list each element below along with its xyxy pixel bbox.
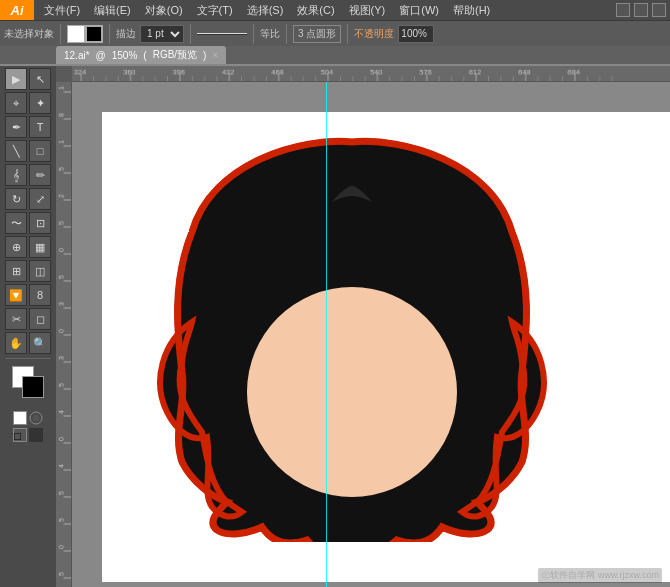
opacity-input[interactable] bbox=[398, 25, 434, 43]
menu-effect[interactable]: 效果(C) bbox=[291, 1, 340, 20]
tool-hand[interactable]: ✋ bbox=[5, 332, 27, 354]
stroke-style-preview bbox=[197, 33, 247, 35]
tool-row-12: ✋ 🔍 bbox=[5, 332, 51, 354]
tool-row-10: 🔽 8 bbox=[5, 284, 51, 306]
tool-graph[interactable]: ▦ bbox=[29, 236, 51, 258]
window-minimize[interactable] bbox=[616, 3, 630, 17]
tool-pencil[interactable]: ✏ bbox=[29, 164, 51, 186]
toolbar-separator-2 bbox=[109, 24, 110, 44]
tool-mesh[interactable]: ⊞ bbox=[5, 260, 27, 282]
color-wrapper bbox=[12, 366, 44, 398]
shape-label: 3 点圆形 bbox=[293, 25, 341, 43]
fill-swatch[interactable] bbox=[67, 25, 85, 43]
guide-line bbox=[326, 82, 327, 587]
svg-point-1 bbox=[33, 415, 39, 421]
menu-view[interactable]: 视图(Y) bbox=[343, 1, 392, 20]
tool-row-7: 〜 ⊡ bbox=[5, 212, 51, 234]
menu-help[interactable]: 帮助(H) bbox=[447, 1, 496, 20]
tool-row-3: ✒ T bbox=[5, 116, 51, 138]
selection-label: 未选择对象 bbox=[4, 27, 54, 41]
tab-cm: RGB/预览 bbox=[153, 48, 197, 62]
tool-lasso[interactable]: ⌖ bbox=[5, 92, 27, 114]
tool-scale[interactable]: ⤢ bbox=[29, 188, 51, 210]
menu-window[interactable]: 窗口(W) bbox=[393, 1, 445, 20]
tool-pen[interactable]: ✒ bbox=[5, 116, 27, 138]
toolbar-separator-5 bbox=[286, 24, 287, 44]
tab-bar: 12.ai* @ 150% ( RGB/预览 ) × bbox=[0, 46, 670, 66]
screen-mode-normal[interactable]: □ bbox=[13, 428, 27, 442]
stroke-width-select[interactable]: 1 pt bbox=[140, 25, 184, 43]
ruler-corner bbox=[56, 66, 72, 82]
tab-paren: ) bbox=[203, 50, 206, 61]
normal-mode-icon[interactable] bbox=[13, 411, 27, 425]
screen-mode-row: □ bbox=[13, 428, 43, 442]
opacity-label: 不透明度 bbox=[354, 27, 394, 41]
tool-magic-wand[interactable]: ✦ bbox=[29, 92, 51, 114]
tool-select[interactable]: ▶ bbox=[5, 68, 27, 90]
stroke-swatch[interactable] bbox=[85, 25, 103, 43]
toolbar-separator-3 bbox=[190, 24, 191, 44]
tool-eraser[interactable]: ◻ bbox=[29, 308, 51, 330]
tool-zoom[interactable]: 🔍 bbox=[29, 332, 51, 354]
ai-logo: Ai bbox=[0, 0, 34, 20]
menu-object[interactable]: 对象(O) bbox=[139, 1, 189, 20]
tool-color-separator bbox=[6, 358, 50, 359]
tool-row-1: ▶ ↖ bbox=[5, 68, 51, 90]
quick-mask-icon[interactable] bbox=[29, 411, 43, 425]
menu-bar: Ai 文件(F) 编辑(E) 对象(O) 文字(T) 选择(S) 效果(C) 视… bbox=[0, 0, 670, 20]
menu-select[interactable]: 选择(S) bbox=[241, 1, 290, 20]
tool-rotate[interactable]: ↻ bbox=[5, 188, 27, 210]
tool-row-11: ✂ ◻ bbox=[5, 308, 51, 330]
menu-text[interactable]: 文字(T) bbox=[191, 1, 239, 20]
tool-type[interactable]: T bbox=[29, 116, 51, 138]
main-area: ▶ ↖ ⌖ ✦ ✒ T ╲ □ 𝄞 ✏ ↻ ⤢ 〜 ⊡ ⊕ ▦ bbox=[0, 66, 670, 587]
illustration-container bbox=[132, 122, 572, 542]
stroke-label: 描边 bbox=[116, 27, 136, 41]
menu-file[interactable]: 文件(F) bbox=[38, 1, 86, 20]
tool-rect[interactable]: □ bbox=[29, 140, 51, 162]
illustration-svg bbox=[132, 122, 572, 542]
tool-eyedropper[interactable]: 🔽 bbox=[5, 284, 27, 306]
ruler-top bbox=[72, 66, 670, 82]
toolbar-separator-4 bbox=[253, 24, 254, 44]
tool-row-8: ⊕ ▦ bbox=[5, 236, 51, 258]
tool-row-2: ⌖ ✦ bbox=[5, 92, 51, 114]
tool-symbol-spray[interactable]: ⊕ bbox=[5, 236, 27, 258]
background-color[interactable] bbox=[22, 376, 44, 398]
menu-items: 文件(F) 编辑(E) 对象(O) 文字(T) 选择(S) 效果(C) 视图(Y… bbox=[34, 1, 496, 20]
window-close[interactable] bbox=[652, 3, 666, 17]
tool-row-9: ⊞ ◫ bbox=[5, 260, 51, 282]
ratio-label: 等比 bbox=[260, 27, 280, 41]
tool-brush[interactable]: 𝄞 bbox=[5, 164, 27, 186]
window-maximize[interactable] bbox=[634, 3, 648, 17]
tool-free-transform[interactable]: ⊡ bbox=[29, 212, 51, 234]
control-toolbar: 未选择对象 描边 1 pt 等比 3 点圆形 不透明度 bbox=[0, 20, 670, 46]
color-mode-row bbox=[13, 411, 43, 425]
tool-line[interactable]: ╲ bbox=[5, 140, 27, 162]
tool-direct-select[interactable]: ↖ bbox=[29, 68, 51, 90]
document-tab[interactable]: 12.ai* @ 150% ( RGB/预览 ) × bbox=[56, 46, 226, 64]
ruler-top-canvas bbox=[72, 66, 670, 81]
tab-colormode: ( bbox=[143, 50, 146, 61]
tool-blend[interactable]: 8 bbox=[29, 284, 51, 306]
tool-row-4: ╲ □ bbox=[5, 140, 51, 162]
face-skin bbox=[247, 287, 457, 497]
tool-row-5: 𝄞 ✏ bbox=[5, 164, 51, 186]
tab-zoomval: 150% bbox=[112, 50, 138, 61]
watermark: ㊣软件自学网 www.rjzxw.com bbox=[538, 568, 662, 583]
tab-filename: 12.ai* bbox=[64, 50, 90, 61]
tool-warp[interactable]: 〜 bbox=[5, 212, 27, 234]
toolbox: ▶ ↖ ⌖ ✦ ✒ T ╲ □ 𝄞 ✏ ↻ ⤢ 〜 ⊡ ⊕ ▦ bbox=[0, 66, 56, 587]
toolbar-separator-6 bbox=[347, 24, 348, 44]
ruler-left-canvas bbox=[56, 82, 71, 587]
tab-zoom: @ bbox=[96, 50, 106, 61]
menu-edit[interactable]: 编辑(E) bbox=[88, 1, 137, 20]
toolbar-separator-1 bbox=[60, 24, 61, 44]
tool-gradient[interactable]: ◫ bbox=[29, 260, 51, 282]
canvas-area[interactable]: ㊣软件自学网 www.rjzxw.com bbox=[56, 66, 670, 587]
drawing-canvas bbox=[72, 82, 670, 587]
screen-mode-full[interactable] bbox=[29, 428, 43, 442]
tab-close[interactable]: × bbox=[212, 50, 217, 60]
ruler-left bbox=[56, 82, 72, 587]
tool-scissors[interactable]: ✂ bbox=[5, 308, 27, 330]
